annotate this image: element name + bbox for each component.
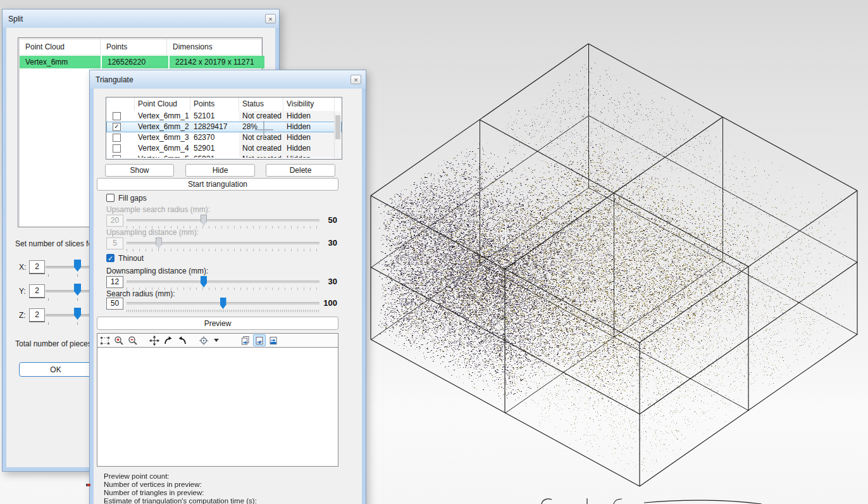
slider-thumb[interactable] — [201, 215, 207, 226]
triangulate-table-row[interactable]: Vertex_6mm_362370Not createdHidden — [106, 132, 342, 143]
fill-gaps-checkbox[interactable] — [106, 194, 115, 202]
triangulate-table-cell: 52901 — [190, 143, 239, 154]
axis-value-box[interactable]: 2 — [29, 284, 45, 298]
split-table-cell: Vertex_6mm — [20, 56, 101, 68]
slider-ticks — [127, 310, 320, 312]
preview-stat-label: Number of triangles in preview: — [104, 489, 204, 496]
axis-value-box[interactable]: 2 — [29, 260, 45, 274]
preview-button[interactable]: Preview — [97, 317, 338, 330]
split-close-button[interactable]: × — [265, 14, 276, 23]
triangulate-body: Point CloudPointsStatusVisibilityVertex_… — [94, 89, 362, 504]
axis-label: X: — [19, 263, 26, 272]
ok-button[interactable]: OK — [19, 362, 92, 377]
triangulate-close-button[interactable]: × — [350, 75, 361, 84]
checkbox-cell — [106, 143, 135, 154]
start-triangulation-button[interactable]: Start triangulation — [97, 178, 338, 191]
triangulate-table-cell: 62370 — [190, 132, 239, 143]
slider-thumb[interactable] — [156, 237, 162, 249]
axis-slider-thumb[interactable] — [74, 284, 81, 296]
axis-value-box[interactable]: 2 — [29, 308, 45, 322]
triangulate-table-cell: 52101 — [190, 111, 239, 122]
zoom-out-icon[interactable] — [127, 334, 139, 346]
slider-max-label: 30 — [283, 238, 337, 248]
slices-label: Set number of slices for — [15, 239, 95, 248]
triangulate-table-cell: Not created — [239, 143, 283, 154]
triangulate-table-cell: Vertex_6mm_3 — [135, 132, 190, 143]
checkbox-cell — [106, 111, 135, 122]
triangulate-table-cell: Vertex_6mm_2 — [135, 122, 190, 132]
slider-max-label: 30 — [283, 277, 337, 286]
axis-label: Z: — [19, 311, 26, 320]
triangulate-column-header[interactable]: Points — [190, 98, 239, 111]
slider-value-box[interactable]: 5 — [106, 237, 123, 249]
triangulate-table-cell: Hidden — [283, 111, 335, 122]
triangulate-table-row[interactable]: Vertex_6mm_452901Not createdHidden — [106, 143, 342, 154]
checkbox-cell — [106, 132, 135, 143]
preview-toolbar — [97, 333, 338, 348]
triangulate-point-cloud-table[interactable]: Point CloudPointsStatusVisibilityVertex_… — [106, 97, 342, 160]
delete-button[interactable]: Delete — [266, 164, 335, 177]
split-column-header[interactable]: Points — [101, 39, 167, 54]
hide-button[interactable]: Hide — [185, 164, 255, 177]
snapshot-export-icon[interactable] — [267, 334, 280, 346]
slider-value-box[interactable]: 50 — [106, 298, 123, 310]
triangulate-table-cell: Not created — [239, 132, 283, 143]
snapshot-copy-icon[interactable] — [239, 334, 252, 346]
triangulate-table-cell: 28% — [239, 122, 283, 132]
snapshot-view-icon[interactable] — [253, 334, 266, 346]
triangulate-table-header: Point CloudPointsStatusVisibility — [106, 98, 342, 111]
zoom-window-icon[interactable] — [99, 334, 111, 346]
slider-label: Upsample search radius (mm): — [106, 205, 210, 214]
split-table-row[interactable]: Vertex_6mm12652622022142 x 20179 x 11271 — [20, 56, 261, 68]
table-scrollbar-thumb[interactable] — [335, 115, 340, 139]
pan-icon[interactable] — [148, 334, 161, 346]
split-table-cell: 22142 x 20179 x 11271 — [170, 56, 264, 68]
row-checkbox[interactable] — [113, 134, 121, 142]
triangulate-table-cell: Hidden — [283, 154, 335, 158]
triangulate-titlebar[interactable]: Triangulate — [90, 70, 366, 89]
triangulate-table-cell: Vertex_6mm_1 — [135, 111, 190, 122]
show-button[interactable]: Show — [105, 164, 174, 177]
triangulate-table-row[interactable]: ✓Vertex_6mm_21282941728%Hidden — [106, 122, 342, 132]
row-checkbox[interactable] — [113, 112, 121, 120]
slider-ticks — [127, 249, 320, 251]
center-view-dropdown-caret-icon[interactable] — [214, 339, 219, 342]
row-checkbox[interactable] — [113, 155, 121, 158]
triangulate-column-header[interactable]: Visibility — [283, 98, 335, 111]
slider-label: Downsampling distance (mm): — [106, 267, 208, 275]
triangulate-column-header[interactable]: Status — [239, 98, 283, 111]
split-column-header[interactable]: Dimensions — [167, 39, 262, 54]
triangulate-table-row[interactable]: Vertex_6mm_152101Not createdHidden — [106, 111, 342, 122]
row-checkbox[interactable] — [113, 144, 121, 153]
triangulation-preview-area[interactable] — [97, 348, 338, 467]
axis-slider-thumb[interactable] — [74, 308, 81, 320]
axis-slider-thumb[interactable] — [74, 260, 81, 272]
thinout-checkbox[interactable]: ✓ — [106, 254, 115, 262]
rotate-cw-icon[interactable] — [162, 334, 175, 346]
slider-thumb[interactable] — [201, 276, 207, 287]
split-titlebar[interactable]: Split — [3, 9, 279, 28]
triangulate-column-header[interactable] — [106, 98, 135, 111]
split-table-header: Point CloudPointsDimensions — [20, 39, 261, 55]
preview-stat-label: Estimate of triangulation's computation … — [104, 497, 257, 504]
checkbox-cell — [106, 154, 135, 158]
row-checkbox[interactable]: ✓ — [113, 123, 121, 131]
center-view-icon[interactable] — [197, 334, 210, 346]
checkbox-cell: ✓ — [106, 122, 135, 132]
triangulate-table-cell: Vertex_6mm_5 — [135, 154, 190, 158]
rotate-ccw-icon[interactable] — [176, 334, 189, 346]
slider-thumb[interactable] — [220, 298, 226, 309]
slider-value-box[interactable]: 20 — [106, 215, 123, 227]
thinout-label: Thinout — [118, 254, 144, 263]
table-scrollbar[interactable] — [334, 111, 341, 158]
triangulate-column-header[interactable]: Point Cloud — [135, 98, 190, 111]
slider-value-box[interactable]: 12 — [106, 276, 123, 288]
triangulate-table-cell: Hidden — [283, 122, 335, 132]
fill-gaps-label: Fill gaps — [118, 194, 147, 203]
triangulate-table-cell: Vertex_6mm_4 — [135, 143, 190, 154]
triangulate-table-row[interactable]: Vertex_6mm_565931Not createdHidden — [106, 154, 342, 158]
slider-max-label: 100 — [283, 298, 337, 308]
zoom-in-icon[interactable] — [113, 334, 125, 346]
slider-label: Upsampling distance (mm): — [106, 228, 199, 237]
split-column-header[interactable]: Point Cloud — [20, 39, 101, 54]
